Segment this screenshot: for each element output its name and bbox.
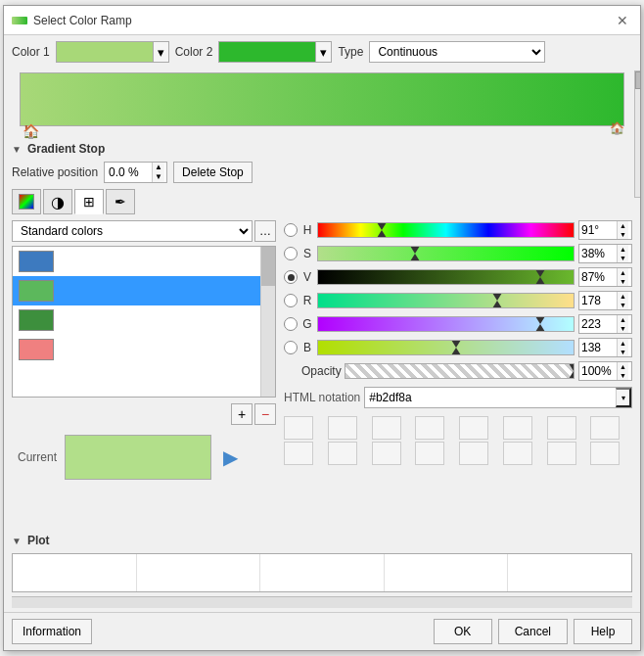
close-button[interactable]: ✕ (613, 11, 632, 30)
g-up[interactable]: ▲ (618, 315, 628, 324)
radio-v[interactable] (284, 270, 298, 284)
slider-input-b[interactable] (579, 339, 617, 356)
list-item[interactable] (13, 335, 260, 364)
swatch-cell[interactable] (459, 442, 488, 465)
bottom-scrollbar[interactable] (12, 596, 632, 608)
slider-track-r[interactable] (317, 293, 575, 308)
color1-dropdown[interactable]: ▾ (154, 41, 169, 63)
help-button[interactable]: Help (574, 619, 632, 644)
radio-h[interactable] (284, 223, 298, 237)
r-up[interactable]: ▲ (618, 292, 628, 301)
list-scrollbar[interactable] (260, 247, 275, 397)
color2-button[interactable] (218, 41, 316, 63)
s-down[interactable]: ▼ (618, 254, 628, 262)
h-up[interactable]: ▲ (618, 221, 628, 230)
preset-menu-button[interactable]: … (254, 220, 276, 242)
swatch-cell[interactable] (503, 442, 532, 465)
position-down[interactable]: ▼ (153, 172, 164, 182)
g-down[interactable]: ▼ (618, 324, 628, 333)
b-up[interactable]: ▲ (618, 339, 628, 348)
swatch-cell[interactable] (590, 416, 620, 440)
information-button[interactable]: Information (12, 619, 92, 644)
position-spinbox[interactable]: ▲ ▼ (104, 162, 167, 183)
slider-input-g[interactable] (579, 315, 617, 333)
html-input[interactable] (365, 388, 616, 407)
slider-input-s[interactable] (579, 245, 617, 262)
slider-track-opacity[interactable] (345, 363, 575, 379)
position-input[interactable] (105, 163, 152, 182)
slider-input-v[interactable] (579, 268, 617, 286)
slider-track-s[interactable] (317, 246, 575, 261)
radio-g[interactable] (284, 317, 298, 331)
swatch-cell[interactable] (415, 416, 444, 440)
slider-thumb-r (492, 293, 502, 308)
swatch-cell[interactable] (372, 416, 401, 440)
swatch-cell[interactable] (328, 442, 357, 465)
color1-button[interactable] (56, 41, 154, 63)
add-color-button[interactable]: + (231, 403, 253, 425)
slider-input-opacity[interactable] (579, 362, 617, 380)
main-scrollbar[interactable] (634, 70, 640, 198)
delete-stop-button[interactable]: Delete Stop (173, 162, 253, 183)
swatch-cell[interactable] (284, 442, 313, 465)
swatch-cell[interactable] (459, 416, 488, 440)
slider-spinbox-g[interactable]: ▲ ▼ (578, 314, 632, 334)
tab-wheel[interactable]: ◑ (43, 189, 72, 214)
list-item[interactable] (13, 247, 260, 276)
slider-spinbox-b[interactable]: ▲ ▼ (578, 338, 632, 357)
cancel-button[interactable]: Cancel (498, 619, 568, 644)
v-up[interactable]: ▲ (618, 268, 628, 277)
swatch-cell[interactable] (372, 442, 401, 465)
slider-row-h: H ▲ ▼ (284, 220, 632, 240)
html-dropdown-button[interactable]: ▾ (616, 388, 631, 407)
color2-dropdown[interactable]: ▾ (316, 41, 332, 63)
html-row: HTML notation ▾ (284, 387, 632, 408)
swatch-cell[interactable] (415, 442, 444, 465)
list-item[interactable] (13, 276, 260, 305)
swatch-cell[interactable] (547, 442, 576, 465)
gradient-handle-right[interactable]: 🏠 (610, 121, 621, 133)
swatch-cell[interactable] (590, 442, 620, 465)
remove-color-button[interactable]: − (254, 403, 276, 425)
slider-spinbox-h[interactable]: ▲ ▼ (578, 220, 632, 240)
opacity-up[interactable]: ▲ (618, 362, 628, 371)
radio-b[interactable] (284, 341, 298, 354)
swatch-cell[interactable] (547, 416, 576, 440)
swatch-cell[interactable] (284, 416, 313, 440)
radio-s[interactable] (284, 247, 298, 260)
tab-color[interactable] (12, 189, 41, 214)
type-select[interactable]: Continuous (369, 41, 545, 63)
list-item[interactable] (13, 305, 260, 335)
slider-track-b[interactable] (317, 340, 575, 355)
slider-spinbox-v[interactable]: ▲ ▼ (578, 267, 632, 287)
h-down[interactable]: ▼ (618, 230, 628, 239)
radio-r[interactable] (284, 294, 298, 307)
html-input-container[interactable]: ▾ (364, 387, 632, 408)
tab-grid[interactable]: ⊞ (74, 189, 104, 214)
gradient-handle-left[interactable]: 🏠 (23, 123, 34, 135)
gradient-preview[interactable]: 🏠 🏠 (20, 72, 624, 126)
plot-arrow[interactable]: ▼ (12, 536, 22, 546)
slider-input-h[interactable] (579, 221, 617, 239)
swatch-cell[interactable] (328, 416, 357, 440)
slider-spinbox-s[interactable]: ▲ ▼ (578, 244, 632, 263)
r-down[interactable]: ▼ (618, 301, 628, 309)
arrow-button[interactable]: ▶ (219, 446, 241, 468)
swatch-cell[interactable] (503, 416, 532, 440)
slider-spinbox-opacity[interactable]: ▲ ▼ (578, 361, 632, 381)
position-up[interactable]: ▲ (153, 163, 164, 172)
gradient-stop-arrow[interactable]: ▼ (12, 144, 22, 155)
s-up[interactable]: ▲ (618, 245, 628, 254)
preset-select[interactable]: Standard colors (12, 220, 253, 242)
opacity-down[interactable]: ▼ (618, 371, 628, 380)
ok-button[interactable]: OK (434, 619, 492, 644)
slider-input-r[interactable] (579, 292, 617, 309)
slider-track-h[interactable] (317, 222, 575, 238)
slider-spinbox-r[interactable]: ▲ ▼ (578, 291, 632, 310)
slider-track-v[interactable] (317, 269, 575, 285)
v-down[interactable]: ▼ (618, 277, 628, 286)
slider-track-g[interactable] (317, 316, 575, 332)
tab-picker[interactable]: ✒ (106, 189, 135, 214)
slider-row-b: B ▲ ▼ (284, 338, 632, 357)
b-down[interactable]: ▼ (618, 348, 628, 356)
